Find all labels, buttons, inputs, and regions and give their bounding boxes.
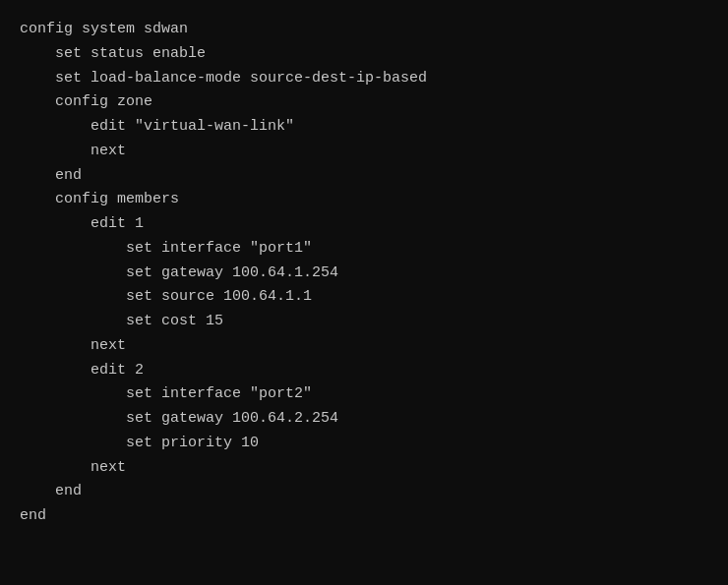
code-content: config system sdwan set status enable se… [20, 18, 708, 529]
terminal-window: config system sdwan set status enable se… [0, 0, 728, 585]
